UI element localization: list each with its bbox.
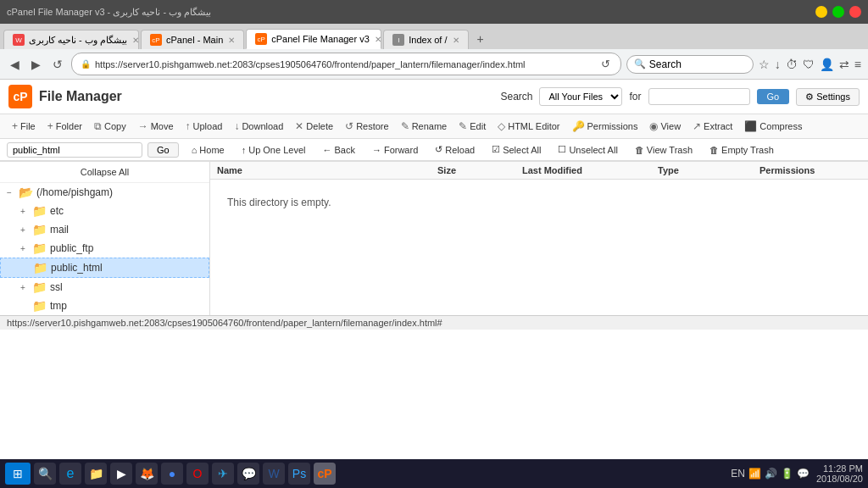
add-file-button[interactable]: + File [7, 118, 41, 135]
tree-label-public-html: public_html [51, 262, 103, 274]
search-for-input[interactable] [648, 88, 750, 105]
search-go-button[interactable]: Go [757, 89, 790, 104]
browser-search-box[interactable]: 🔍 Search [626, 55, 754, 74]
menu-icon[interactable]: ≡ [854, 58, 861, 71]
add-file-icon: + [12, 120, 18, 132]
tab-index[interactable]: I Index of / ✕ [383, 30, 468, 49]
search-scope-select[interactable]: All Your Files [539, 87, 622, 106]
home-button[interactable]: ⌂ Home [184, 142, 232, 158]
path-go-button[interactable]: Go [147, 142, 179, 158]
browser-refresh-button[interactable]: ↺ [49, 56, 66, 73]
empty-trash-icon: 🗑 [709, 145, 719, 155]
address-box[interactable]: 🔒 https://server10.pishgamweb.net:2083/c… [71, 53, 621, 75]
tree-item-etc[interactable]: + 📁 etc [0, 202, 209, 220]
download-label: Download [242, 121, 283, 131]
html-editor-button[interactable]: ◇ HTML Editor [492, 118, 565, 135]
taskbar-icon-photoshop[interactable]: Ps [288, 463, 310, 485]
tray-icons: EN 📶 🔊 🔋 💬 [731, 468, 810, 480]
unselect-all-button[interactable]: ☐ Unselect All [550, 141, 625, 158]
tab-close-persian[interactable]: ✕ [132, 36, 139, 45]
forward-button[interactable]: → Forward [364, 142, 426, 158]
rename-button[interactable]: ✎ Rename [396, 118, 453, 135]
col-name[interactable]: Name [217, 165, 437, 175]
minimize-button[interactable]: − [815, 6, 827, 18]
download-button[interactable]: ↓ Download [229, 118, 288, 135]
forward-label: Forward [384, 145, 418, 155]
browser-back-button[interactable]: ◀ [7, 56, 23, 73]
tab-close-cpanel-main[interactable]: ✕ [228, 36, 235, 45]
tray-network-icon[interactable]: 📶 [748, 468, 761, 480]
back-icon: ← [322, 145, 331, 155]
restore-button[interactable]: ↺ Restore [340, 118, 394, 135]
taskbar-icon-chrome[interactable]: ● [161, 463, 183, 485]
bookmark-icon[interactable]: ☆ [759, 58, 770, 71]
add-folder-button[interactable]: + Folder [42, 118, 87, 135]
tree-item-public-ftp[interactable]: + 📁 public_ftp [0, 239, 209, 258]
tray-locale[interactable]: EN [731, 468, 745, 480]
taskbar-icon-opera[interactable]: O [186, 463, 209, 485]
taskbar-icon-explorer[interactable]: 📁 [85, 463, 107, 485]
clock-date: 2018/08/20 [816, 474, 863, 484]
copy-button[interactable]: ⧉ Copy [89, 118, 131, 135]
move-button[interactable]: → Move [133, 118, 179, 135]
tray-notification-icon[interactable]: 💬 [797, 468, 810, 480]
view-trash-label: View Trash [647, 145, 693, 155]
tree-item-ssl[interactable]: + 📁 ssl [0, 278, 209, 297]
select-all-button[interactable]: ☑ Select All [484, 141, 548, 158]
path-input[interactable] [7, 142, 142, 158]
new-tab-button[interactable]: + [470, 29, 491, 49]
col-type[interactable]: Type [658, 165, 760, 175]
compress-button[interactable]: ⬛ Compress [739, 118, 807, 135]
tree-toggle-tmp [20, 302, 32, 311]
tray-battery-icon[interactable]: 🔋 [781, 468, 793, 480]
extract-button[interactable]: ↗ Extract [687, 118, 737, 135]
col-permissions[interactable]: Permissions [760, 165, 861, 175]
browser-forward-button[interactable]: ▶ [28, 56, 44, 73]
header-right: Search All Your Files for Go ⚙ Settings [500, 87, 860, 106]
tree-item-public-html[interactable]: 📁 public_html [0, 258, 209, 278]
delete-button[interactable]: ✕ Delete [290, 118, 338, 135]
empty-trash-button[interactable]: 🗑 Empty Trash [702, 142, 782, 158]
start-button[interactable]: ⊞ [5, 463, 31, 485]
taskbar-icon-word[interactable]: W [263, 463, 285, 485]
taskbar-icon-cortana[interactable]: 🔍 [34, 463, 56, 485]
collapse-all-button[interactable]: Collapse All [0, 162, 209, 183]
tab-persian[interactable]: W بیشگام وب - ناحیه کاربری ✕ [3, 30, 139, 49]
tab-close-index[interactable]: ✕ [453, 36, 459, 45]
close-button[interactable]: ✕ [849, 6, 861, 18]
tree-item-root[interactable]: − 📂 (/home/pishgam) [0, 183, 209, 202]
up-one-level-button[interactable]: ↑ Up One Level [234, 142, 314, 158]
col-size[interactable]: Size [437, 165, 522, 175]
view-trash-button[interactable]: 🗑 View Trash [627, 142, 700, 158]
sync-icon[interactable]: ⇄ [839, 58, 849, 71]
taskbar-icon-ie[interactable]: e [59, 463, 81, 485]
tab-close-file-manager[interactable]: ✕ [375, 35, 381, 44]
history-icon[interactable]: ⏱ [786, 58, 798, 71]
tree-item-tmp[interactable]: 📁 tmp [0, 297, 209, 315]
tab-file-manager[interactable]: cP cPanel File Manager v3 ✕ [246, 29, 381, 49]
back-button[interactable]: ← Back [314, 142, 362, 158]
shield-icon[interactable]: 🛡 [803, 58, 815, 71]
tree-item-mail[interactable]: + 📁 mail [0, 220, 209, 239]
col-modified[interactable]: Last Modified [522, 165, 658, 175]
cpanel-logo-icon: cP [8, 85, 32, 108]
taskbar-icon-firefox[interactable]: 🦊 [136, 463, 158, 485]
taskbar-icon-telegram[interactable]: ✈ [212, 463, 234, 485]
taskbar-icon-media[interactable]: ▶ [110, 463, 132, 485]
up-label: Up One Level [248, 145, 305, 155]
download-manager-icon[interactable]: ↓ [775, 58, 781, 71]
account-icon[interactable]: 👤 [820, 58, 834, 71]
taskbar-icon-cpanel-active[interactable]: cP [314, 463, 336, 485]
settings-button[interactable]: ⚙ Settings [796, 88, 860, 106]
maximize-button[interactable]: □ [832, 6, 844, 18]
url-refresh-button[interactable]: ↺ [599, 56, 612, 72]
tab-cpanel-main[interactable]: cP cPanel - Main ✕ [141, 30, 244, 49]
reload-button[interactable]: ↺ Reload [427, 141, 482, 158]
permissions-button[interactable]: 🔑 Permissions [567, 118, 643, 135]
taskbar-icon-chat[interactable]: 💬 [237, 463, 259, 485]
edit-button[interactable]: ✎ Edit [453, 118, 491, 135]
clock[interactable]: 11:28 PM 2018/08/20 [816, 463, 863, 484]
upload-button[interactable]: ↑ Upload [181, 118, 228, 135]
view-button[interactable]: ◉ View [644, 118, 686, 135]
tray-volume-icon[interactable]: 🔊 [765, 468, 777, 480]
